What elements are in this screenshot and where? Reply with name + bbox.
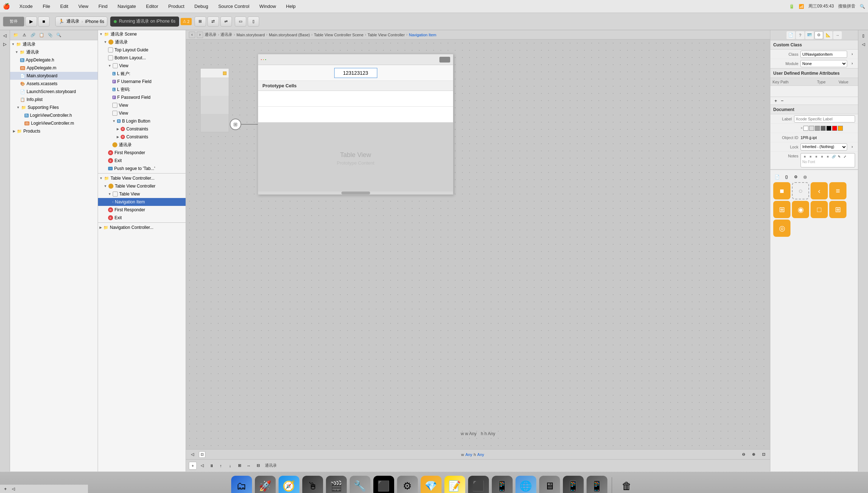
scene-tongxunlu-sub[interactable]: 通讯录	[98, 141, 186, 149]
win-min-btn[interactable]	[223, 72, 227, 75]
notes-area[interactable]: ≡ ≡ ≡ ≡ ≡ 🔗 ✎ ⤢ No Font	[801, 153, 855, 167]
dock-launchpad[interactable]: 🚀	[255, 476, 276, 493]
layout-btn-4[interactable]: ▭	[235, 17, 246, 27]
menu-product[interactable]: Product	[166, 3, 187, 10]
class-arrow-btn[interactable]: ›	[849, 51, 855, 57]
palette-grid-icon[interactable]: ⊞	[773, 201, 790, 218]
search-menubar-icon[interactable]: 🔍	[860, 4, 865, 9]
ud-remove-btn[interactable]: −	[779, 98, 785, 104]
nav-issues-icon[interactable]: 📎	[47, 32, 54, 38]
bottom-embed-btn[interactable]: ⊟	[254, 462, 262, 470]
swatch-darkgray[interactable]	[821, 126, 826, 131]
win-max-btn[interactable]	[265, 59, 266, 60]
dock-app1[interactable]: ⬛	[468, 476, 489, 493]
module-arrow-btn[interactable]: ›	[849, 61, 855, 66]
menu-debug[interactable]: Debug	[192, 3, 210, 10]
swatch-lightgray[interactable]	[809, 126, 814, 131]
scene-view-3[interactable]: View	[98, 109, 186, 117]
inspector-tab-connections[interactable]: →	[833, 31, 842, 39]
dock-app5[interactable]: 📱	[563, 476, 584, 493]
palette-radio-icon[interactable]: ◉	[792, 201, 809, 218]
scene-push-segue[interactable]: → Push segue to 'Tab...'	[98, 165, 186, 172]
nav-loginvc-h[interactable]: h LoginViewController.h	[10, 111, 98, 119]
nav-launch-storyboard[interactable]: 📄 LaunchScreen.storyboard	[10, 88, 98, 96]
nav-root[interactable]: ▼ 📁 通讯录	[10, 40, 98, 48]
canvas-fit-btn[interactable]: ⊡	[760, 451, 767, 458]
any-height-btn[interactable]: Any	[477, 452, 484, 457]
bottom-down-btn[interactable]: ↓	[226, 462, 234, 470]
menu-editor[interactable]: Editor	[144, 3, 160, 10]
notes-align-1[interactable]: ≡	[802, 154, 807, 159]
palette-tab-3[interactable]: ⚙	[792, 173, 800, 181]
canvas-back-btn[interactable]: ◁	[189, 451, 196, 458]
scene-nav-controller[interactable]: ▶ 📁 Navigation Controller...	[98, 224, 186, 231]
bottom-back-btn[interactable]: ◁	[198, 462, 206, 470]
notes-align-2[interactable]: ≡	[808, 154, 813, 159]
bottom-add-btn[interactable]: +	[189, 462, 197, 470]
nav-products[interactable]: ▶ 📁 Products	[10, 127, 98, 135]
menu-window[interactable]: Window	[257, 3, 278, 10]
bottom-pause-btn[interactable]: ⏸	[207, 462, 215, 470]
bottom-layout-btn[interactable]: ↔	[245, 462, 253, 470]
dock-app6[interactable]: 📱	[587, 476, 607, 493]
scheme-selector[interactable]: 🏃 通讯录 › iPhone 6s	[55, 17, 107, 27]
layout-btn-1[interactable]: ⊞	[195, 17, 206, 27]
bottom-editor-btn[interactable]: ⊞	[235, 462, 243, 470]
nav-supporting-files[interactable]: ▼ 📁 Supporting Files	[10, 103, 98, 111]
module-select[interactable]: None	[801, 60, 847, 67]
scene-login-button[interactable]: ▼ B B Login Button	[98, 117, 186, 125]
dock-app4[interactable]: 🖥	[539, 476, 560, 493]
nav-warning-icon[interactable]: ⚠	[21, 32, 28, 38]
apple-menu[interactable]: 🍎	[3, 3, 10, 10]
menu-find[interactable]: Find	[96, 3, 109, 10]
swatch-x[interactable]: ×	[801, 126, 803, 131]
swatch-red[interactable]	[832, 126, 837, 131]
dock-notes[interactable]: 📝	[444, 476, 465, 493]
nav-btn-left[interactable]: ◁	[1, 32, 9, 40]
inspector-tab-file[interactable]: 📄	[787, 31, 795, 39]
scene-top-layout[interactable]: Top Layout Guide	[98, 46, 186, 54]
nav-main-storyboard[interactable]: 📄 Main.storyboard	[10, 72, 98, 80]
scene-exit-1[interactable]: E Exit	[98, 157, 186, 165]
palette-circle-icon[interactable]: ◎	[773, 220, 790, 237]
nav-git-icon[interactable]: 📋	[38, 32, 45, 38]
breadcrumb-nav-item[interactable]: Navigation Item	[409, 33, 436, 37]
win-min-btn-2[interactable]	[263, 59, 264, 60]
scene-username-field[interactable]: F F Username Field	[98, 78, 186, 86]
layout-btn-2[interactable]: ⇄	[207, 17, 219, 27]
nav-assets[interactable]: 🎨 Assets.xcassets	[10, 80, 98, 88]
inspector-tab-quick-help[interactable]: ?	[796, 31, 804, 39]
class-input[interactable]	[801, 51, 847, 58]
menu-file[interactable]: File	[41, 3, 52, 10]
dock-terminal[interactable]: ⬛	[373, 476, 394, 493]
palette-tab-2[interactable]: {}	[783, 173, 790, 181]
palette-grid2-icon[interactable]: ⊞	[829, 201, 846, 218]
breadcrumb-tvc[interactable]: Table View Controller	[368, 33, 405, 37]
scene-view-1[interactable]: ▼ View	[98, 62, 186, 70]
label-input[interactable]	[794, 115, 855, 123]
breadcrumb-txl-1[interactable]: 通讯录	[205, 32, 216, 37]
palette-outline-icon[interactable]: ○	[792, 182, 809, 199]
nav-title-input[interactable]	[334, 68, 377, 78]
notes-align-4[interactable]: ≡	[820, 154, 825, 159]
dock-mouse[interactable]: 🖱	[302, 476, 323, 493]
layout-btn-5[interactable]: ▯	[248, 17, 259, 27]
scroll-thumb[interactable]	[341, 192, 370, 194]
scene-item-tongxunlu[interactable]: ▼ 通讯录	[98, 38, 186, 46]
storyboard-canvas[interactable]: ⊞	[186, 40, 770, 449]
notes-link-btn[interactable]: 🔗	[831, 154, 836, 159]
nav-loginvc-m[interactable]: m LoginViewController.m	[10, 119, 98, 127]
scene-first-responder-2[interactable]: R First Responder	[98, 206, 186, 214]
dock-sketch[interactable]: 💎	[421, 476, 442, 493]
breadcrumb-right-btn[interactable]: ›	[197, 32, 203, 38]
notes-align-5[interactable]: ≡	[825, 154, 830, 159]
nav-btn-right[interactable]: ▷	[1, 40, 9, 48]
notes-align-3[interactable]: ≡	[814, 154, 819, 159]
nav-search-icon[interactable]: 🔗	[29, 32, 37, 38]
scene-first-responder-1[interactable]: R First Responder	[98, 149, 186, 157]
palette-square-icon[interactable]: ■	[773, 182, 790, 199]
inspector-tab-attributes[interactable]: ⚙	[815, 31, 823, 39]
dock-trash[interactable]: 🗑	[616, 476, 637, 493]
canvas-zoom-btn-2[interactable]: ⊕	[750, 451, 757, 458]
menu-help[interactable]: Help	[284, 3, 298, 10]
